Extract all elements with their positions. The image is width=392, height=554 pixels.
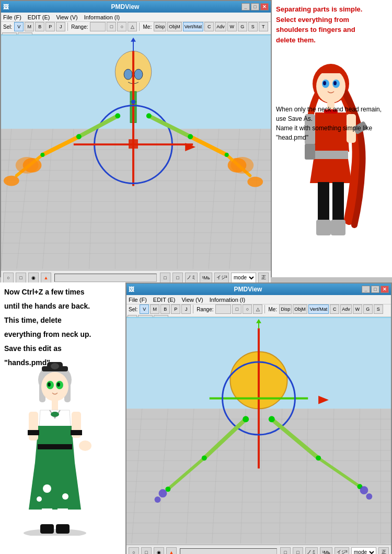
status-eye-btn-bot[interactable]: ◉ <box>154 547 164 555</box>
shape-sq-bot[interactable]: □ <box>232 304 241 314</box>
btn-v-top[interactable]: V <box>14 22 24 31</box>
btn-b-bot[interactable]: B <box>160 304 170 314</box>
svg-point-140 <box>37 496 42 502</box>
viewport-top[interactable] <box>1 35 271 270</box>
svg-rect-45 <box>129 139 138 149</box>
sep1-bot <box>193 305 193 313</box>
vertmat-btn-bot[interactable]: Vert/Mat <box>308 304 329 314</box>
svg-point-51 <box>40 153 44 157</box>
svg-rect-66 <box>314 151 348 159</box>
status-small1-bot[interactable]: □ <box>280 547 291 555</box>
btn-p-top[interactable]: P <box>45 22 55 31</box>
mode-symbol-top[interactable]: 正 <box>258 273 269 283</box>
shape-ci-top[interactable]: ○ <box>117 22 126 31</box>
svg-point-138 <box>43 484 51 493</box>
pmd-window-bottom: 🖼 PMDView _ □ ✕ File (F) EDIT (E) View (… <box>125 282 392 554</box>
menu-view-top[interactable]: View (V) <box>56 14 77 20</box>
mode-symbol-bottom[interactable]: 正 <box>378 547 389 555</box>
c-btn-top[interactable]: C <box>204 22 214 31</box>
btn-m-top[interactable]: M <box>25 22 34 31</box>
text-line1-bot: Now Ctrl+Z a few times <box>4 287 121 298</box>
status-tri-btn[interactable]: ▲ <box>41 273 51 283</box>
minimize-button-top[interactable]: _ <box>241 3 250 10</box>
shape-tr-bot[interactable]: △ <box>253 304 262 314</box>
close-button-top[interactable]: ✕ <box>260 3 269 10</box>
adv-btn-top[interactable]: Adv <box>215 22 226 31</box>
svg-point-49 <box>76 134 82 139</box>
svg-rect-145 <box>57 508 68 527</box>
status-ij[interactable]: イジ³ <box>214 273 229 283</box>
w-btn-top[interactable]: W <box>227 22 237 31</box>
viewport-bottom[interactable] <box>126 317 391 545</box>
t-btn-top[interactable]: T <box>259 22 268 31</box>
menu-edit-bottom[interactable]: EDIT (E) <box>153 297 176 303</box>
maximize-button-bottom[interactable]: □ <box>371 286 379 293</box>
btn-b-top[interactable]: B <box>35 22 44 31</box>
status-mb[interactable]: ¹Mь <box>200 273 212 283</box>
shape-sq-top[interactable]: □ <box>107 22 116 31</box>
minimize-button-bottom[interactable]: _ <box>362 286 370 293</box>
disp-btn-top[interactable]: Disp <box>154 22 166 31</box>
btn-j-bot[interactable]: J <box>181 304 191 314</box>
range-input-top[interactable] <box>90 22 106 31</box>
text-line3-bot: This time, delete <box>4 315 121 326</box>
status-small1[interactable]: □ <box>160 273 170 283</box>
status-mb-bot[interactable]: ¹Mь <box>320 547 332 555</box>
status-sq-btn-bot[interactable]: □ <box>141 547 152 555</box>
status-nomi-bot[interactable]: ノミ <box>305 547 318 555</box>
menu-bar-top: File (F) EDIT (E) View (V) Information (… <box>1 13 271 22</box>
svg-point-118 <box>159 489 167 498</box>
sep2-bot <box>264 305 265 313</box>
character-svg-bottom <box>3 358 107 536</box>
range-label-top: Range: <box>70 24 89 30</box>
mode-select-bottom[interactable]: mode <box>351 547 376 555</box>
status-circle-btn[interactable]: ○ <box>3 273 14 283</box>
svg-rect-148 <box>28 430 39 435</box>
status-circle-btn-bot[interactable]: ○ <box>129 547 139 555</box>
text-panel-top: Separating parts is simple. Select every… <box>272 0 392 277</box>
g-btn-top[interactable]: G <box>238 22 247 31</box>
svg-rect-146 <box>40 524 54 534</box>
sep2-top <box>139 22 140 31</box>
btn-j-top[interactable]: J <box>56 22 65 31</box>
disp-btn-bot[interactable]: Disp <box>279 304 292 314</box>
c-btn-bot[interactable]: C <box>330 304 339 314</box>
sel-label-bot: Sel: <box>128 307 139 312</box>
svg-point-115 <box>316 456 321 461</box>
w-btn-bot[interactable]: W <box>353 304 362 314</box>
menu-info-top[interactable]: Information (I) <box>84 14 120 20</box>
status-small2[interactable]: □ <box>172 273 183 283</box>
adv-btn-bot[interactable]: Adv <box>340 304 352 314</box>
s-btn-top[interactable]: S <box>248 22 258 31</box>
status-nomi[interactable]: ノミ <box>185 273 198 283</box>
menu-file-bottom[interactable]: File (F) <box>129 297 147 303</box>
maximize-button-top[interactable]: □ <box>251 3 259 10</box>
objm-btn-bot[interactable]: ObjM <box>293 304 307 314</box>
btn-p-bot[interactable]: P <box>171 304 180 314</box>
svg-point-63 <box>333 81 337 85</box>
menu-file-top[interactable]: File (F) <box>3 14 21 20</box>
status-sq-btn[interactable]: □ <box>16 273 26 283</box>
status-tri-btn-bot[interactable]: ▲ <box>166 547 177 555</box>
status-eye-btn[interactable]: ◉ <box>28 273 39 283</box>
svg-point-59 <box>316 70 345 103</box>
svg-point-54 <box>231 157 254 174</box>
vertmat-btn-top[interactable]: Vert/Mat <box>183 22 204 31</box>
status-ij-bot[interactable]: イジ³ <box>335 547 349 555</box>
objm-btn-top[interactable]: ObjM <box>167 22 182 31</box>
status-small2-bot[interactable]: □ <box>293 547 303 555</box>
menu-edit-top[interactable]: EDIT (E) <box>28 14 50 20</box>
btn-m-bot[interactable]: M <box>150 304 159 314</box>
mode-select-top[interactable]: mode <box>231 273 256 283</box>
svg-point-128 <box>51 363 59 369</box>
close-button-bottom[interactable]: ✕ <box>381 286 389 293</box>
shape-tr-top[interactable]: △ <box>128 22 137 31</box>
s-btn-bot[interactable]: S <box>374 304 383 314</box>
range-input-bot[interactable] <box>215 304 231 314</box>
menu-view-bottom[interactable]: View (V) <box>181 297 203 303</box>
menu-info-bottom[interactable]: Information (I) <box>210 297 245 303</box>
btn-v-bot[interactable]: V <box>140 304 149 314</box>
text-line4-bot: everything from neck up. <box>4 329 121 340</box>
g-btn-bot[interactable]: G <box>363 304 373 314</box>
shape-ci-bot[interactable]: ○ <box>243 304 252 314</box>
